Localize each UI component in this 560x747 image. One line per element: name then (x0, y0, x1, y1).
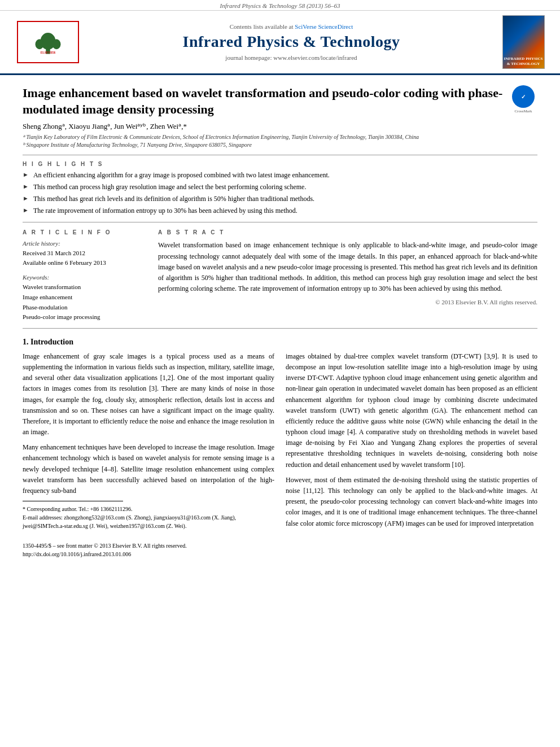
arrow-icon-4: ► (23, 206, 29, 215)
intro-col-1: Image enhancement of gray scale images i… (23, 351, 274, 558)
logo-box: ELSEVIER (17, 21, 79, 63)
intro-col-2: images obtained by dual-tree complex wav… (286, 351, 537, 558)
affiliation-a: ᵃ Tianjin Key Laboratory of Film Electro… (23, 133, 537, 141)
article-history: Article history: Received 31 March 2012 … (23, 240, 147, 267)
article-title-section: Image enhancement based on wavelet trans… (23, 81, 537, 117)
highlight-item: ► The rate improvement of information en… (23, 206, 537, 216)
keyword-3: Phase-modulation (23, 303, 147, 313)
elsevier-logo-section: ELSEVIER (11, 21, 85, 63)
divider-2 (23, 222, 537, 222)
journal-title-section: Contents lists available at SciVerse Sci… (85, 23, 498, 62)
crossmark: ✓ CrossMark (509, 85, 537, 113)
footnote-email: E-mail addresses: zhongzhong532@163.com … (23, 513, 274, 530)
abstract-section: A B S T R A C T Wavelet transformation b… (158, 229, 537, 322)
history-label: Article history: (23, 240, 147, 247)
available-date: Available online 6 February 2013 (23, 258, 147, 268)
copyright: © 2013 Elsevier B.V. All rights reserved… (158, 299, 537, 305)
article-body: Image enhancement based on wavelet trans… (0, 75, 560, 570)
highlights-label: H I G H L I G H T S (23, 161, 537, 167)
sciverse-link[interactable]: SciVerse ScienceDirect (295, 23, 353, 30)
received-date: Received 31 March 2012 (23, 248, 147, 258)
divider-3 (23, 328, 537, 329)
intro-para-3: images obtained by dual-tree complex wav… (286, 351, 537, 470)
article-info-label: A R T I C L E I N F O (23, 229, 147, 235)
affiliation-b: ᵇ Singapore Institute of Manufacturing T… (23, 141, 537, 149)
sciverse-line: Contents lists available at SciVerse Sci… (85, 23, 498, 30)
intro-content: Image enhancement of gray scale images i… (23, 351, 537, 558)
keywords-label: Keywords: (23, 274, 147, 281)
arrow-icon-1: ► (23, 171, 29, 179)
crossmark-label: CrossMark (514, 109, 532, 113)
divider-1 (23, 155, 537, 155)
journal-header: ELSEVIER Contents lists available at Sci… (0, 11, 560, 75)
highlight-item: ► This method has great rich levels and … (23, 194, 537, 204)
svg-text:ELSEVIER: ELSEVIER (41, 51, 56, 54)
abstract-label: A B S T R A C T (158, 229, 537, 235)
arrow-icon-2: ► (23, 182, 29, 191)
authors: Sheng Zhongᵃ, Xiaoyu Jiangᵃ, Jun Weiᵃʸᵇ,… (23, 122, 537, 131)
highlights-section: H I G H L I G H T S ► An efficient enhan… (23, 161, 537, 215)
intro-section: 1. Introduction Image enhancement of gra… (23, 338, 537, 558)
article-info-abstract: A R T I C L E I N F O Article history: R… (23, 229, 537, 322)
article-info: A R T I C L E I N F O Article history: R… (23, 229, 147, 322)
footnote-corresponding: * Corresponding author. Tel.: +86 136621… (23, 505, 274, 513)
journal-citation: Infrared Physics & Technology 58 (2013) … (0, 0, 560, 11)
keyword-1: Wavelet transformation (23, 282, 147, 292)
affiliations: ᵃ Tianjin Key Laboratory of Film Electro… (23, 133, 537, 149)
highlight-text-1: An efficient enhancing algorithm for a g… (33, 171, 330, 180)
elsevier-tree-icon: ELSEVIER (31, 29, 65, 55)
svg-point-3 (53, 39, 61, 49)
email-label: E-mail addresses: (23, 514, 63, 521)
highlight-text-2: This method can process high gray resolu… (33, 182, 307, 192)
journal-homepage: journal homepage: www.elsevier.com/locat… (85, 54, 498, 61)
footnote-divider (23, 501, 123, 501)
keyword-2: Image enhancement (23, 292, 147, 303)
abstract-text: Wavelet transformation based on image en… (158, 240, 537, 294)
crossmark-icon: ✓ (512, 85, 535, 108)
highlight-item: ► An efficient enhancing algorithm for a… (23, 171, 537, 180)
keyword-4: Pseudo-color image processing (23, 312, 147, 322)
cover-image: INFRARED PHYSICS & TECHNOLOGY (502, 15, 545, 69)
article-title: Image enhancement based on wavelet trans… (23, 85, 504, 117)
bottom-info: 1350-4495/$ – see front matter © 2013 El… (23, 541, 274, 558)
cover-image-section: INFRARED PHYSICS & TECHNOLOGY (498, 15, 549, 69)
intro-heading: 1. Introduction (23, 338, 537, 347)
intro-para-2: Many enhancement techniques have been de… (23, 442, 274, 496)
cover-label: INFRARED PHYSICS & TECHNOLOGY (503, 56, 544, 66)
highlight-text-4: The rate improvement of information entr… (33, 206, 298, 216)
arrow-icon-3: ► (23, 194, 29, 203)
journal-title: Infrared Physics & Technology (85, 32, 498, 51)
doi-line: http://dx.doi.org/10.1016/j.infrared.201… (23, 550, 274, 558)
keywords-section: Keywords: Wavelet transformation Image e… (23, 274, 147, 322)
svg-point-2 (36, 39, 44, 49)
intro-para-4: However, most of them estimated the de-n… (286, 475, 537, 529)
highlight-item: ► This method can process high gray reso… (23, 182, 537, 192)
issn-line: 1350-4495/$ – see front matter © 2013 El… (23, 541, 274, 550)
intro-para-1: Image enhancement of gray scale images i… (23, 351, 274, 438)
highlight-text-3: This method has great rich levels and it… (33, 194, 314, 204)
